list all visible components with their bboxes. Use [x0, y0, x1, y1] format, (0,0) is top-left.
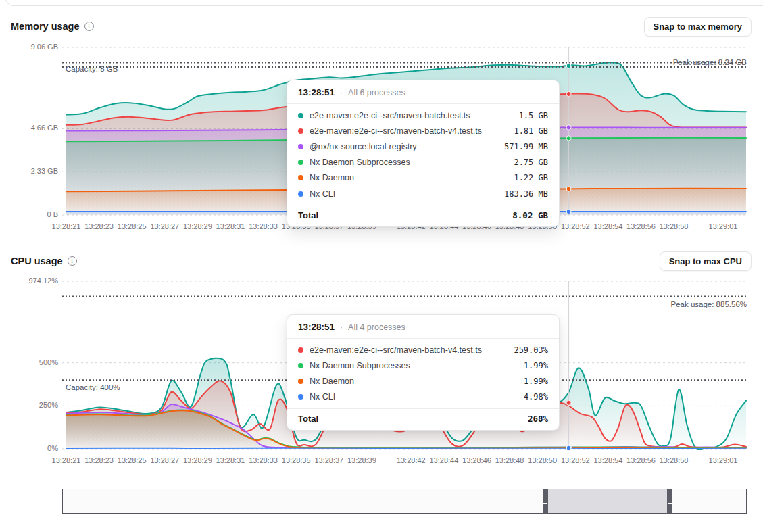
- tooltip-process-row: Nx Daemon1.22 GB: [287, 170, 559, 186]
- brush-selection[interactable]: [543, 489, 673, 513]
- tooltip-separator: ·: [340, 88, 343, 97]
- tooltip-process-row: Nx CLI183.36 MB: [287, 186, 559, 201]
- series-color-dot-icon: [298, 160, 303, 165]
- resource-usage-page: { "colors": { "teal": "#0ea293", "red": …: [0, 0, 763, 532]
- tooltip-total-label: Total: [298, 210, 318, 220]
- memory-capacity-label: Capacity: 8 GB: [66, 65, 118, 73]
- tooltip-process-row: Nx Daemon Subprocesses2.75 GB: [287, 155, 559, 170]
- series-color-dot-icon: [298, 379, 303, 384]
- x-tick-label: 13:28:58: [647, 456, 701, 464]
- tooltip-process-row: e2e-maven:e2e-ci--src/maven-batch-v4.tes…: [287, 342, 559, 358]
- tooltip-total-label: Total: [298, 414, 318, 424]
- series-color-dot-icon: [298, 175, 303, 180]
- memory-tooltip: 13:28:51 · All 6 processes e2e-maven:e2e…: [287, 80, 560, 227]
- process-name: e2e-maven:e2e-ci--src/maven-batch.test.t…: [310, 111, 513, 120]
- process-value: 1.99%: [524, 361, 548, 370]
- brush-handle-right[interactable]: [667, 489, 672, 513]
- y-tick-label: 250%: [0, 401, 58, 409]
- time-range-brush-track[interactable]: [62, 489, 747, 514]
- series-color-dot-icon: [298, 128, 303, 134]
- process-name: @nx/nx-source:local-registry: [310, 142, 498, 151]
- tooltip-header: 13:28:51 · All 4 processes: [287, 315, 559, 338]
- tooltip-rows: e2e-maven:e2e-ci--src/maven-batch-v4.tes…: [287, 338, 559, 408]
- y-tick-label: 9.06 GB: [0, 43, 58, 51]
- memory-peak-label: Peak usage: 8.24 GB: [673, 58, 747, 66]
- process-value: 4.98%: [524, 392, 548, 402]
- process-name: Nx CLI: [310, 392, 518, 402]
- process-value: 2.75 GB: [514, 158, 548, 167]
- process-value: 1.81 GB: [514, 126, 548, 136]
- process-value: 183.36 MB: [504, 189, 548, 199]
- process-name: Nx Daemon Subprocesses: [310, 158, 508, 167]
- series-color-dot-icon: [298, 191, 303, 197]
- process-name: Nx CLI: [310, 189, 498, 199]
- x-tick-label: 13:28:39: [335, 456, 389, 464]
- tooltip-total-value: 268%: [528, 414, 548, 424]
- process-name: Nx Daemon Subprocesses: [310, 361, 518, 370]
- y-tick-label: 4.66 GB: [0, 124, 58, 132]
- y-tick-label: 500%: [0, 358, 58, 366]
- process-name: Nx Daemon: [310, 173, 508, 183]
- tooltip-process-row: e2e-maven:e2e-ci--src/maven-batch.test.t…: [287, 107, 559, 123]
- y-tick-label: 2.33 GB: [0, 167, 58, 175]
- tooltip-process-row: Nx Daemon1.99%: [287, 373, 559, 389]
- tooltip-time: 13:28:51: [298, 87, 335, 97]
- grip-icon: [668, 500, 672, 504]
- tooltip-separator: ·: [340, 322, 343, 332]
- tooltip-process-row: Nx CLI4.98%: [287, 389, 559, 405]
- series-color-dot-icon: [298, 144, 303, 149]
- tooltip-time: 13:28:51: [298, 322, 335, 332]
- x-tick-label: 13:28:58: [647, 222, 701, 231]
- tooltip-total-value: 8.02 GB: [512, 210, 548, 220]
- process-value: 259.03%: [514, 345, 548, 355]
- y-tick-label: 0%: [0, 444, 58, 452]
- tooltip-summary: All 4 processes: [348, 322, 405, 332]
- tooltip-total-row: Total 8.02 GB: [287, 205, 559, 226]
- process-value: 1.5 GB: [519, 111, 548, 120]
- y-tick-label: 0 B: [0, 210, 58, 218]
- process-name: e2e-maven:e2e-ci--src/maven-batch-v4.tes…: [310, 126, 508, 136]
- x-tick-label: 13:29:01: [696, 222, 750, 231]
- cpu-tooltip: 13:28:51 · All 4 processes e2e-maven:e2e…: [287, 314, 560, 431]
- process-name: e2e-maven:e2e-ci--src/maven-batch-v4.tes…: [310, 345, 508, 355]
- tooltip-process-row: @nx/nx-source:local-registry571.99 MB: [287, 139, 559, 154]
- process-name: Nx Daemon: [310, 377, 518, 386]
- cpu-peak-label: Peak usage: 885.56%: [670, 300, 747, 308]
- grip-icon: [543, 500, 547, 504]
- tooltip-process-row: e2e-maven:e2e-ci--src/maven-batch-v4.tes…: [287, 123, 559, 139]
- cpu-capacity-label: Capacity: 400%: [66, 383, 120, 391]
- series-color-dot-icon: [298, 394, 303, 400]
- tooltip-summary: All 6 processes: [348, 88, 405, 97]
- series-color-dot-icon: [298, 363, 303, 368]
- series-color-dot-icon: [298, 347, 303, 353]
- tooltip-rows: e2e-maven:e2e-ci--src/maven-batch.test.t…: [287, 103, 559, 205]
- series-color-dot-icon: [298, 113, 303, 118]
- y-tick-label: 974.12%: [0, 276, 58, 285]
- x-tick-label: 13:29:01: [696, 456, 750, 464]
- tooltip-header: 13:28:51 · All 6 processes: [287, 80, 559, 103]
- brush-handle-left[interactable]: [543, 489, 548, 513]
- process-value: 1.22 GB: [514, 173, 548, 183]
- tooltip-process-row: Nx Daemon Subprocesses1.99%: [287, 358, 559, 373]
- process-value: 571.99 MB: [504, 142, 548, 151]
- tooltip-total-row: Total 268%: [287, 408, 559, 430]
- process-value: 1.99%: [524, 377, 548, 386]
